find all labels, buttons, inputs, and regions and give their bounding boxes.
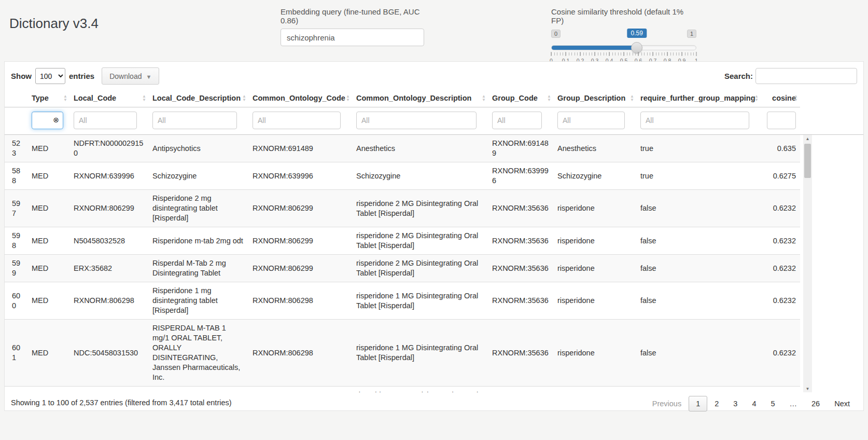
cell-group-description: risperidone (553, 190, 636, 227)
filter-input-local-code-description[interactable] (152, 112, 237, 129)
column-header-group-code[interactable]: Group_Code▲▼ (488, 89, 553, 107)
page-button-4[interactable]: 4 (745, 396, 763, 411)
cell-require-further-group-mapping: false (636, 387, 761, 393)
cell-common-ontology-description: Anesthetics (352, 135, 488, 162)
page-length-select[interactable]: 100 (35, 68, 65, 84)
vertical-scrollbar[interactable]: ▲ ▼ (803, 135, 812, 392)
table-row[interactable]: 588MEDRXNORM:639996SchizozygineRXNORM:63… (5, 162, 800, 190)
table-header: Type▲▼Local_Code▲▼Local_Code_Description… (5, 89, 800, 134)
cosine-threshold-label: Cosine similarity threshold (default 1% … (551, 7, 696, 25)
cell-local-code-description: Schizozygine (148, 162, 248, 190)
cell-require-further-group-mapping: false (636, 227, 761, 255)
cell-type: MED (27, 135, 69, 162)
cell-cosine: 0.6232 (761, 227, 800, 255)
filter-input-common-ontology-description[interactable] (356, 112, 477, 129)
filter-cell: ⊗ (27, 107, 69, 135)
table-row[interactable]: 601MEDNDC:50458031530RISPERDAL M-TAB 1 m… (5, 320, 800, 387)
cell-common-ontology-description: risperidone 2 MG Disintegrating Oral Tab… (352, 227, 488, 255)
scroll-up-icon[interactable]: ▲ (803, 135, 812, 143)
page-button-26[interactable]: 26 (804, 396, 827, 411)
column-header-group-description[interactable]: Group_Description▲▼ (553, 89, 636, 107)
cell-local-code-description: Antipsychotics (148, 135, 248, 162)
page-button-5[interactable]: 5 (763, 396, 782, 411)
filter-input-group-description[interactable] (557, 112, 625, 129)
column-header-require-further-group-mapping[interactable]: require_further_group_mapping▲▼ (636, 89, 761, 107)
scrollbar-thumb[interactable] (804, 144, 811, 178)
cell-group-description: risperidone (553, 282, 636, 320)
search-group: Search: (724, 68, 857, 84)
cell-type: MED (27, 320, 69, 387)
page: Dictionary v3.4 Embedding query (fine-tu… (0, 0, 868, 440)
sort-icon[interactable]: ▲▼ (63, 94, 67, 102)
sort-icon[interactable]: ▲▼ (630, 94, 634, 102)
cell-type: MED (27, 162, 69, 190)
sort-icon[interactable]: ▲▼ (142, 94, 146, 102)
cell-group-code: RXNORM:691489 (488, 135, 553, 162)
sort-icon[interactable]: ▲▼ (242, 94, 246, 102)
table-row[interactable]: 599MEDERX:35682Risperdal M-Tab 2 mg Disi… (5, 255, 800, 282)
filter-input-local-code[interactable] (74, 112, 137, 129)
column-header-cosine[interactable]: cosine▲▼ (761, 89, 800, 107)
column-label: require_further_group_mapping (640, 94, 755, 102)
filter-cell (5, 107, 27, 135)
scroll-down-icon[interactable]: ▼ (803, 385, 812, 392)
filter-wrap (557, 112, 632, 129)
sort-icon[interactable]: ▲▼ (346, 94, 350, 102)
table-row[interactable]: 598MEDN50458032528Risperidone m-tab 2mg … (5, 227, 800, 255)
cell-local-code: N50458032528 (69, 227, 148, 255)
cell-common-ontology-description: Schizozygine (352, 162, 488, 190)
clear-filter-icon[interactable]: ⊗ (53, 116, 59, 124)
cell-local-code-description: Risperidone m-tab 1mg odt (148, 387, 248, 393)
slider-major-tick (696, 52, 697, 56)
search-input[interactable] (755, 68, 857, 84)
download-button[interactable]: Download▼ (102, 67, 159, 85)
slider-track[interactable] (551, 45, 696, 50)
cell-common-ontology-description: risperidone 1 MG Disintegrating Oral Tab… (352, 320, 488, 387)
filter-cell (352, 107, 488, 135)
cell-group-code: RXNORM:35636 (488, 282, 553, 320)
cell-common-ontology-code: RXNORM:806299 (248, 190, 352, 227)
filter-input-require-further-group-mapping[interactable] (640, 112, 749, 129)
filter-input-group-code[interactable] (492, 112, 542, 129)
column-header-common-ontology-description[interactable]: Common_Ontology_Description▲▼ (352, 89, 488, 107)
table-row[interactable]: 602MEDN50458031528Risperidone m-tab 1mg … (5, 387, 800, 393)
table-row[interactable]: 597MEDRXNORM:806299Risperidone 2 mg disi… (5, 190, 800, 227)
filter-input-common-ontology-code[interactable] (253, 112, 341, 129)
column-label: Local_Code (74, 94, 116, 102)
pagination: Previous12345…26Next (645, 396, 857, 411)
page-button-1[interactable]: 1 (689, 396, 707, 411)
sort-icon[interactable]: ▲▼ (794, 94, 798, 102)
column-header-local-code[interactable]: Local_Code▲▼ (69, 89, 148, 107)
previous-button[interactable]: Previous (645, 396, 689, 411)
slider-handle[interactable] (631, 42, 642, 53)
table-row[interactable]: 523MEDNDFRT:N0000029150AntipsychoticsRXN… (5, 135, 800, 162)
cosine-threshold-group: Cosine similarity threshold (default 1% … (551, 7, 696, 52)
sort-icon[interactable]: ▲▼ (547, 94, 551, 102)
cell-require-further-group-mapping: false (636, 282, 761, 320)
slider-major-tick (566, 52, 566, 56)
column-header-common-ontology-code[interactable]: Common_Ontology_Code▲▼ (248, 89, 352, 107)
page-button-2[interactable]: 2 (707, 396, 726, 411)
page-button-3[interactable]: 3 (726, 396, 745, 411)
column-header-type[interactable]: Type▲▼ (27, 89, 69, 107)
next-button[interactable]: Next (827, 396, 857, 411)
slider-major-tick (667, 52, 668, 56)
caret-down-icon: ▼ (146, 74, 151, 80)
sort-icon[interactable]: ▲▼ (754, 94, 759, 102)
column-label: Common_Ontology_Code (253, 94, 345, 102)
cell-group-description: risperidone (553, 320, 636, 387)
filter-cell (69, 107, 148, 135)
filter-cell (553, 107, 636, 135)
sort-icon[interactable]: ▲▼ (482, 94, 486, 102)
table-row[interactable]: 600MEDRXNORM:806298Risperidone 1 mg disi… (5, 282, 800, 320)
cell-cosine: 0.6232 (761, 320, 800, 387)
cell-group-code: RXNORM:35636 (488, 190, 553, 227)
embedding-query-label: Embedding query (fine-tuned BGE, AUC 0.8… (281, 7, 424, 25)
slider-major-tick (595, 52, 595, 56)
cell-cosine: 0.6232 (761, 255, 800, 282)
cell-group-description: risperidone (553, 255, 636, 282)
cell-cosine: 0.635 (761, 135, 800, 162)
filter-input-cosine[interactable] (767, 112, 796, 129)
column-header-local-code-description[interactable]: Local_Code_Description▲▼ (148, 89, 248, 107)
embedding-query-input[interactable] (281, 29, 424, 46)
